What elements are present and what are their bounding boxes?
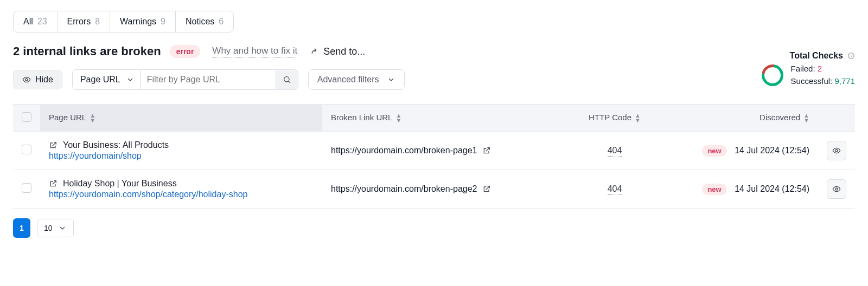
tab-label: Warnings — [120, 17, 156, 27]
chevron-down-icon — [387, 75, 395, 84]
tab-count: 8 — [95, 17, 100, 27]
severity-badge: error — [170, 45, 201, 58]
eye-icon — [832, 185, 841, 193]
total-checks-panel: Total Checks Failed: 2 Successful: 9,771 — [762, 51, 855, 87]
pager: 1 10 — [13, 218, 855, 238]
row-broken-link: https://yourdomain.com/broken-page1 — [331, 146, 477, 155]
row-checkbox[interactable] — [22, 183, 31, 193]
eye-icon — [832, 146, 841, 155]
hide-label: Hide — [35, 75, 53, 84]
why-how-fix-link[interactable]: Why and how to fix it — [212, 46, 297, 58]
svg-point-0 — [25, 79, 28, 81]
sort-icon: ▲▼ — [635, 113, 641, 123]
select-all-checkbox[interactable] — [22, 112, 31, 122]
chevron-down-icon — [126, 75, 135, 84]
send-to-label: Send to... — [323, 46, 365, 57]
failed-value: 2 — [818, 64, 822, 73]
row-page-title: Holiday Shop | Your Business — [63, 179, 177, 188]
failed-label: Failed: — [791, 64, 815, 73]
row-checkbox[interactable] — [22, 145, 31, 154]
advanced-filters-button[interactable]: Advanced filters — [308, 69, 405, 90]
page-size-value: 10 — [44, 224, 53, 232]
table-row: Your Business: All Products https://your… — [13, 132, 855, 170]
tab-count: 6 — [219, 17, 224, 27]
tab-all[interactable]: All 23 — [14, 11, 58, 32]
col-broken-link[interactable]: Broken Link URL▲▼ — [322, 105, 569, 132]
filter-field-label: Page URL — [80, 75, 120, 84]
col-http-code[interactable]: HTTP Code▲▼ — [569, 105, 661, 132]
advanced-filters-label: Advanced filters — [317, 75, 379, 84]
category-tabs: All 23 Errors 8 Warnings 9 Notices 6 — [13, 11, 234, 32]
svg-point-4 — [835, 188, 838, 190]
page-button-current[interactable]: 1 — [13, 218, 30, 238]
page-title: 2 internal links are broken — [13, 44, 161, 58]
view-button[interactable] — [827, 179, 846, 199]
tab-count: 23 — [37, 17, 47, 27]
col-page-url[interactable]: Page URL▲▼ — [40, 105, 322, 132]
sort-icon: ▲▼ — [803, 113, 809, 123]
results-table: Page URL▲▼ Broken Link URL▲▼ HTTP Code▲▼… — [13, 104, 855, 209]
send-to-button[interactable]: Send to... — [309, 46, 365, 57]
col-discovered[interactable]: Discovered▲▼ — [661, 105, 818, 132]
eye-icon — [22, 75, 31, 84]
total-checks-title: Total Checks — [790, 51, 843, 61]
new-badge: new — [702, 184, 726, 195]
info-icon[interactable] — [847, 52, 855, 60]
row-discovered: 14 Jul 2024 (12:54) — [735, 184, 809, 193]
external-link-icon[interactable] — [482, 146, 491, 155]
chevron-down-icon — [58, 224, 67, 232]
checks-stats: Failed: 2 Successful: 9,771 — [791, 63, 855, 87]
filter-input[interactable] — [140, 70, 276, 89]
new-badge: new — [702, 145, 726, 157]
row-broken-link: https://yourdomain.com/broken-page2 — [331, 184, 477, 194]
external-link-icon[interactable] — [49, 141, 58, 150]
hide-button[interactable]: Hide — [13, 70, 62, 89]
tab-errors[interactable]: Errors 8 — [58, 11, 110, 32]
tab-notices[interactable]: Notices 6 — [176, 11, 233, 32]
share-arrow-icon — [309, 47, 319, 56]
successful-label: Successful: — [791, 76, 833, 86]
search-icon — [283, 75, 291, 84]
row-http-code: 404 — [608, 146, 622, 157]
external-link-icon[interactable] — [49, 179, 58, 188]
row-http-code: 404 — [608, 184, 622, 195]
tab-label: All — [23, 17, 33, 27]
table-row: Holiday Shop | Your Business https://you… — [13, 170, 855, 209]
search-button[interactable] — [276, 70, 298, 89]
filter-field-select[interactable]: Page URL — [73, 70, 140, 89]
view-button[interactable] — [827, 141, 846, 160]
checks-donut-chart — [757, 60, 788, 90]
row-page-url[interactable]: https://yourdomain/shop — [49, 151, 314, 161]
sort-icon: ▲▼ — [395, 113, 401, 123]
sort-icon: ▲▼ — [90, 113, 95, 123]
title-row: 2 internal links are broken error Why an… — [13, 44, 855, 58]
tab-label: Errors — [67, 17, 91, 27]
external-link-icon[interactable] — [482, 185, 491, 193]
filter-row: Hide Page URL Advanced filters Total Che… — [13, 69, 855, 90]
svg-point-1 — [284, 77, 289, 82]
row-page-title: Your Business: All Products — [63, 140, 169, 150]
row-discovered: 14 Jul 2024 (12:54) — [735, 146, 809, 155]
svg-point-3 — [835, 150, 838, 152]
successful-value: 9,771 — [834, 76, 855, 86]
tab-count: 9 — [161, 17, 165, 27]
tab-label: Notices — [186, 17, 214, 27]
tab-warnings[interactable]: Warnings 9 — [110, 11, 176, 32]
page-size-select[interactable]: 10 — [37, 219, 74, 237]
filter-combo: Page URL — [72, 69, 298, 90]
row-page-url[interactable]: https://yourdomain.com/shop/category/hol… — [49, 190, 314, 199]
